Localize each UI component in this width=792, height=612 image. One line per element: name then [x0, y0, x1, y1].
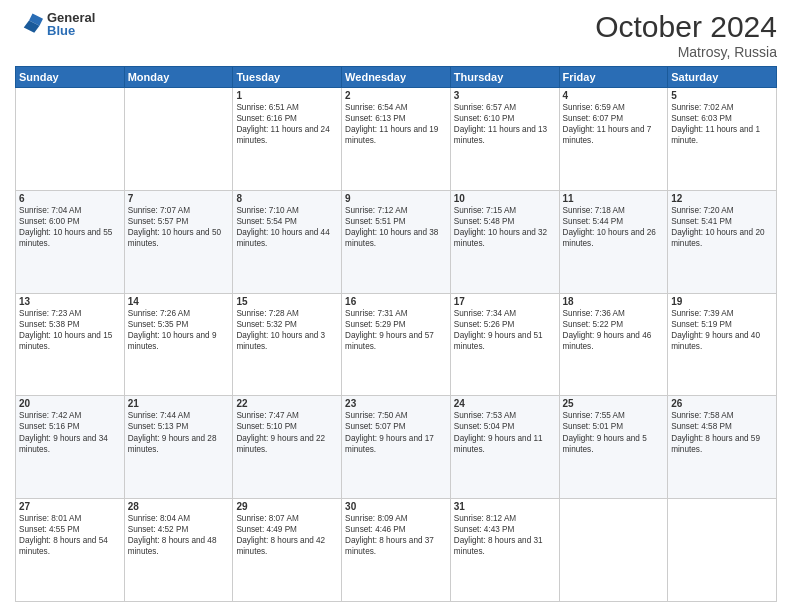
calendar-cell: 13Sunrise: 7:23 AMSunset: 5:38 PMDayligh… — [16, 293, 125, 396]
day-info: Sunrise: 7:53 AMSunset: 5:04 PMDaylight:… — [454, 410, 556, 454]
day-number: 1 — [236, 90, 338, 101]
calendar-table: SundayMondayTuesdayWednesdayThursdayFrid… — [15, 66, 777, 602]
calendar-week-row: 20Sunrise: 7:42 AMSunset: 5:16 PMDayligh… — [16, 396, 777, 499]
day-number: 31 — [454, 501, 556, 512]
calendar-cell: 17Sunrise: 7:34 AMSunset: 5:26 PMDayligh… — [450, 293, 559, 396]
calendar-cell: 10Sunrise: 7:15 AMSunset: 5:48 PMDayligh… — [450, 190, 559, 293]
day-info: Sunrise: 6:57 AMSunset: 6:10 PMDaylight:… — [454, 102, 556, 146]
calendar-header-row: SundayMondayTuesdayWednesdayThursdayFrid… — [16, 67, 777, 88]
calendar-cell: 7Sunrise: 7:07 AMSunset: 5:57 PMDaylight… — [124, 190, 233, 293]
logo-icon — [15, 10, 43, 38]
calendar-cell: 18Sunrise: 7:36 AMSunset: 5:22 PMDayligh… — [559, 293, 668, 396]
calendar-cell: 19Sunrise: 7:39 AMSunset: 5:19 PMDayligh… — [668, 293, 777, 396]
day-number: 19 — [671, 296, 773, 307]
day-info: Sunrise: 7:55 AMSunset: 5:01 PMDaylight:… — [563, 410, 665, 454]
calendar-cell: 5Sunrise: 7:02 AMSunset: 6:03 PMDaylight… — [668, 88, 777, 191]
day-info: Sunrise: 7:31 AMSunset: 5:29 PMDaylight:… — [345, 308, 447, 352]
calendar-cell: 23Sunrise: 7:50 AMSunset: 5:07 PMDayligh… — [342, 396, 451, 499]
header: General Blue October 2024 Matrosy, Russi… — [15, 10, 777, 60]
title-area: October 2024 Matrosy, Russia — [595, 10, 777, 60]
calendar-cell: 12Sunrise: 7:20 AMSunset: 5:41 PMDayligh… — [668, 190, 777, 293]
day-info: Sunrise: 7:36 AMSunset: 5:22 PMDaylight:… — [563, 308, 665, 352]
day-number: 11 — [563, 193, 665, 204]
day-info: Sunrise: 7:39 AMSunset: 5:19 PMDaylight:… — [671, 308, 773, 352]
day-number: 14 — [128, 296, 230, 307]
calendar-cell: 24Sunrise: 7:53 AMSunset: 5:04 PMDayligh… — [450, 396, 559, 499]
day-info: Sunrise: 8:12 AMSunset: 4:43 PMDaylight:… — [454, 513, 556, 557]
calendar-header-saturday: Saturday — [668, 67, 777, 88]
day-info: Sunrise: 7:20 AMSunset: 5:41 PMDaylight:… — [671, 205, 773, 249]
calendar-cell: 27Sunrise: 8:01 AMSunset: 4:55 PMDayligh… — [16, 499, 125, 602]
day-info: Sunrise: 6:51 AMSunset: 6:16 PMDaylight:… — [236, 102, 338, 146]
day-number: 16 — [345, 296, 447, 307]
calendar-cell: 29Sunrise: 8:07 AMSunset: 4:49 PMDayligh… — [233, 499, 342, 602]
day-info: Sunrise: 8:01 AMSunset: 4:55 PMDaylight:… — [19, 513, 121, 557]
day-number: 8 — [236, 193, 338, 204]
calendar-week-row: 13Sunrise: 7:23 AMSunset: 5:38 PMDayligh… — [16, 293, 777, 396]
day-info: Sunrise: 7:04 AMSunset: 6:00 PMDaylight:… — [19, 205, 121, 249]
day-number: 17 — [454, 296, 556, 307]
calendar-cell: 26Sunrise: 7:58 AMSunset: 4:58 PMDayligh… — [668, 396, 777, 499]
day-number: 3 — [454, 90, 556, 101]
calendar-cell: 1Sunrise: 6:51 AMSunset: 6:16 PMDaylight… — [233, 88, 342, 191]
calendar-cell: 31Sunrise: 8:12 AMSunset: 4:43 PMDayligh… — [450, 499, 559, 602]
day-info: Sunrise: 7:50 AMSunset: 5:07 PMDaylight:… — [345, 410, 447, 454]
logo-text: General Blue — [47, 11, 95, 37]
day-number: 27 — [19, 501, 121, 512]
day-info: Sunrise: 7:10 AMSunset: 5:54 PMDaylight:… — [236, 205, 338, 249]
day-info: Sunrise: 7:42 AMSunset: 5:16 PMDaylight:… — [19, 410, 121, 454]
calendar-week-row: 27Sunrise: 8:01 AMSunset: 4:55 PMDayligh… — [16, 499, 777, 602]
day-info: Sunrise: 7:28 AMSunset: 5:32 PMDaylight:… — [236, 308, 338, 352]
day-info: Sunrise: 7:23 AMSunset: 5:38 PMDaylight:… — [19, 308, 121, 352]
calendar-cell: 8Sunrise: 7:10 AMSunset: 5:54 PMDaylight… — [233, 190, 342, 293]
calendar-cell: 15Sunrise: 7:28 AMSunset: 5:32 PMDayligh… — [233, 293, 342, 396]
calendar-header-monday: Monday — [124, 67, 233, 88]
day-number: 12 — [671, 193, 773, 204]
day-info: Sunrise: 6:59 AMSunset: 6:07 PMDaylight:… — [563, 102, 665, 146]
calendar-cell: 25Sunrise: 7:55 AMSunset: 5:01 PMDayligh… — [559, 396, 668, 499]
calendar-cell: 3Sunrise: 6:57 AMSunset: 6:10 PMDaylight… — [450, 88, 559, 191]
day-number: 6 — [19, 193, 121, 204]
calendar-cell — [124, 88, 233, 191]
day-info: Sunrise: 7:58 AMSunset: 4:58 PMDaylight:… — [671, 410, 773, 454]
day-number: 9 — [345, 193, 447, 204]
calendar-header-friday: Friday — [559, 67, 668, 88]
calendar-cell — [668, 499, 777, 602]
month-title: October 2024 — [595, 10, 777, 44]
day-number: 30 — [345, 501, 447, 512]
day-info: Sunrise: 7:07 AMSunset: 5:57 PMDaylight:… — [128, 205, 230, 249]
day-info: Sunrise: 7:26 AMSunset: 5:35 PMDaylight:… — [128, 308, 230, 352]
day-info: Sunrise: 8:04 AMSunset: 4:52 PMDaylight:… — [128, 513, 230, 557]
calendar-header-thursday: Thursday — [450, 67, 559, 88]
day-number: 25 — [563, 398, 665, 409]
day-info: Sunrise: 7:18 AMSunset: 5:44 PMDaylight:… — [563, 205, 665, 249]
calendar-cell: 14Sunrise: 7:26 AMSunset: 5:35 PMDayligh… — [124, 293, 233, 396]
calendar-cell — [16, 88, 125, 191]
day-number: 5 — [671, 90, 773, 101]
day-number: 21 — [128, 398, 230, 409]
calendar-cell: 20Sunrise: 7:42 AMSunset: 5:16 PMDayligh… — [16, 396, 125, 499]
day-number: 18 — [563, 296, 665, 307]
calendar-cell: 6Sunrise: 7:04 AMSunset: 6:00 PMDaylight… — [16, 190, 125, 293]
calendar-cell: 30Sunrise: 8:09 AMSunset: 4:46 PMDayligh… — [342, 499, 451, 602]
calendar-cell: 11Sunrise: 7:18 AMSunset: 5:44 PMDayligh… — [559, 190, 668, 293]
day-number: 10 — [454, 193, 556, 204]
page: General Blue October 2024 Matrosy, Russi… — [0, 0, 792, 612]
day-number: 13 — [19, 296, 121, 307]
calendar-cell: 22Sunrise: 7:47 AMSunset: 5:10 PMDayligh… — [233, 396, 342, 499]
day-number: 7 — [128, 193, 230, 204]
calendar-cell: 4Sunrise: 6:59 AMSunset: 6:07 PMDaylight… — [559, 88, 668, 191]
day-number: 15 — [236, 296, 338, 307]
day-info: Sunrise: 7:44 AMSunset: 5:13 PMDaylight:… — [128, 410, 230, 454]
calendar-cell: 16Sunrise: 7:31 AMSunset: 5:29 PMDayligh… — [342, 293, 451, 396]
day-info: Sunrise: 7:15 AMSunset: 5:48 PMDaylight:… — [454, 205, 556, 249]
day-info: Sunrise: 8:09 AMSunset: 4:46 PMDaylight:… — [345, 513, 447, 557]
day-info: Sunrise: 7:02 AMSunset: 6:03 PMDaylight:… — [671, 102, 773, 146]
day-number: 28 — [128, 501, 230, 512]
day-info: Sunrise: 6:54 AMSunset: 6:13 PMDaylight:… — [345, 102, 447, 146]
day-number: 24 — [454, 398, 556, 409]
calendar-cell: 9Sunrise: 7:12 AMSunset: 5:51 PMDaylight… — [342, 190, 451, 293]
day-info: Sunrise: 7:12 AMSunset: 5:51 PMDaylight:… — [345, 205, 447, 249]
calendar-week-row: 6Sunrise: 7:04 AMSunset: 6:00 PMDaylight… — [16, 190, 777, 293]
logo: General Blue — [15, 10, 95, 38]
